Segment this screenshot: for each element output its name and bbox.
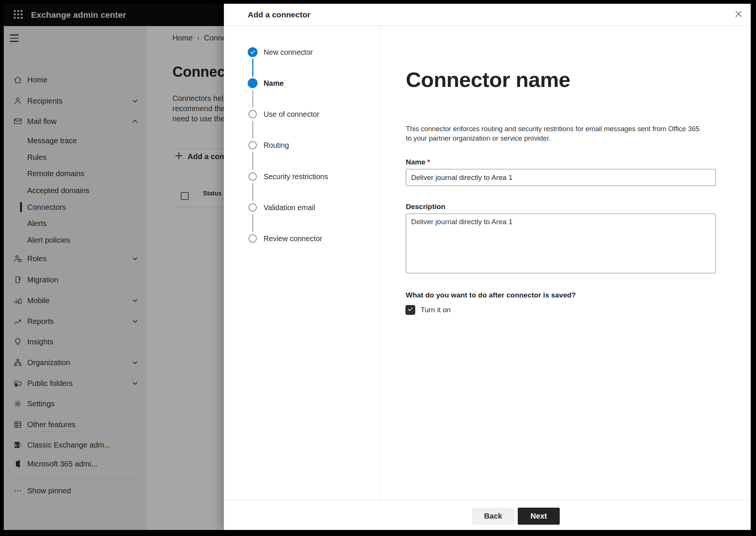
step-current-icon xyxy=(248,78,258,88)
stepper-divider xyxy=(380,26,380,500)
close-button[interactable] xyxy=(733,9,745,21)
stepper-line xyxy=(252,90,253,108)
footer-divider xyxy=(224,500,751,500)
step-upcoming-icon xyxy=(248,110,257,118)
stepper-line xyxy=(252,59,253,77)
back-button[interactable]: Back xyxy=(472,508,514,525)
step-upcoming-icon xyxy=(248,203,257,212)
stepper-line xyxy=(252,183,253,201)
step-upcoming-icon xyxy=(248,234,257,243)
connector-name-input[interactable] xyxy=(406,169,716,186)
step-upcoming-icon xyxy=(248,141,257,149)
step-label: Routing xyxy=(264,141,289,150)
step-upcoming-icon xyxy=(248,172,257,181)
name-field-label: Name* xyxy=(406,158,430,166)
stepper-line xyxy=(252,121,253,139)
step-label: Name xyxy=(264,79,284,88)
stepper-line xyxy=(252,214,253,232)
step-label: Security restrictions xyxy=(264,172,328,181)
close-icon xyxy=(735,10,742,19)
connector-description-textarea[interactable]: Deliver journal directly to Area 1 xyxy=(406,214,716,273)
dialog-title: Add a connector xyxy=(248,4,310,26)
add-connector-dialog: Add a connector New connector Name Use o… xyxy=(224,4,751,530)
description-field-label: Description xyxy=(406,203,446,211)
next-button[interactable]: Next xyxy=(518,508,560,525)
step-label: New connector xyxy=(264,48,313,57)
stepper-line xyxy=(252,152,253,170)
step-label: Review connector xyxy=(264,234,322,243)
after-save-question: What do you want to do after connector i… xyxy=(406,291,576,299)
turn-it-on-label: Turn it on xyxy=(421,306,451,314)
wizard-page-description: This connector enforces routing and secu… xyxy=(406,124,700,143)
screenshot-frame: Exchange admin center Home Recipients Ma… xyxy=(0,0,756,536)
step-label: Use of connector xyxy=(264,110,319,119)
checkmark-icon xyxy=(407,306,413,314)
dialog-header: Add a connector xyxy=(224,4,751,26)
required-asterisk: * xyxy=(427,158,430,166)
exchange-admin-app: Exchange admin center Home Recipients Ma… xyxy=(4,4,751,530)
turn-it-on-checkbox[interactable] xyxy=(405,305,415,315)
step-label: Validation email xyxy=(264,203,315,212)
step-completed-icon xyxy=(248,47,258,57)
wizard-page-heading: Connector name xyxy=(406,67,570,92)
